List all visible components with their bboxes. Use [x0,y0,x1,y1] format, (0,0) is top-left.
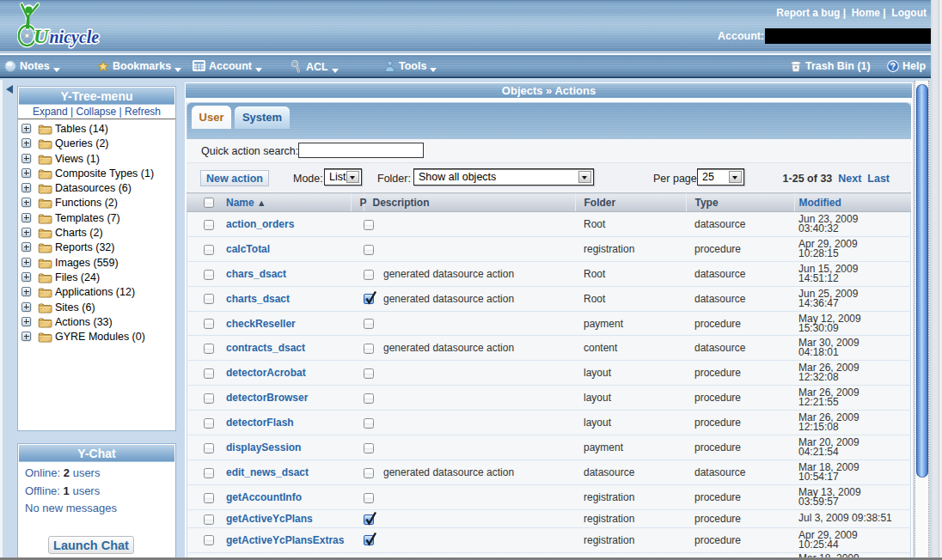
svg-text:nicycle: nicycle [50,27,100,47]
svg-text:U: U [34,25,50,47]
svg-text:?: ? [890,62,896,71]
